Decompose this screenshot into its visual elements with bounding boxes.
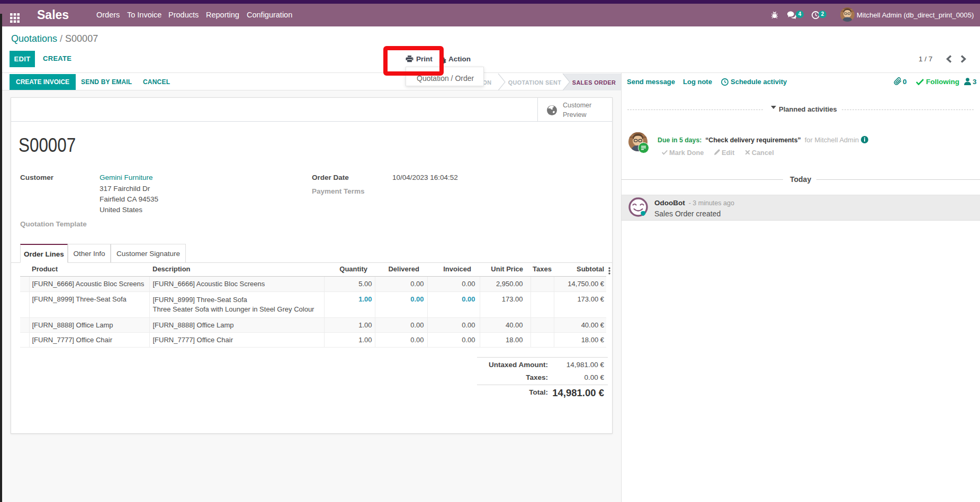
- svg-text:SALES ORDER: SALES ORDER: [572, 79, 616, 86]
- svg-text:QUOTATION SENT: QUOTATION SENT: [508, 79, 562, 86]
